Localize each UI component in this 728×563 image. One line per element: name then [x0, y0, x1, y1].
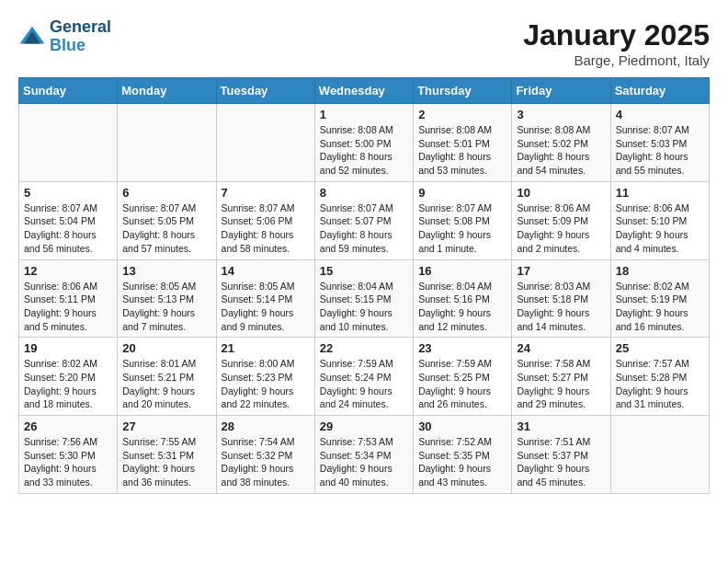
day-number: 9 [418, 186, 506, 200]
calendar-cell [19, 104, 118, 182]
day-info: Sunrise: 8:03 AM Sunset: 5:18 PM Dayligh… [517, 280, 605, 334]
day-info: Sunrise: 7:59 AM Sunset: 5:25 PM Dayligh… [418, 357, 506, 411]
day-number: 29 [320, 419, 408, 433]
calendar-cell: 18Sunrise: 8:02 AM Sunset: 5:19 PM Dayli… [610, 259, 709, 338]
calendar-cell: 28Sunrise: 7:54 AM Sunset: 5:32 PM Dayli… [216, 416, 314, 494]
calendar-cell: 2Sunrise: 8:08 AM Sunset: 5:01 PM Daylig… [414, 104, 512, 182]
calendar-cell: 14Sunrise: 8:05 AM Sunset: 5:14 PM Dayli… [216, 259, 314, 338]
calendar-cell: 11Sunrise: 8:06 AM Sunset: 5:10 PM Dayli… [610, 181, 709, 259]
day-info: Sunrise: 8:00 AM Sunset: 5:23 PM Dayligh… [222, 357, 310, 411]
logo-line1: General [50, 17, 111, 36]
day-number: 7 [222, 186, 310, 200]
day-number: 27 [122, 419, 210, 433]
day-info: Sunrise: 8:07 AM Sunset: 5:05 PM Dayligh… [122, 201, 210, 256]
calendar-cell: 1Sunrise: 8:08 AM Sunset: 5:00 PM Daylig… [314, 104, 413, 182]
day-info: Sunrise: 8:06 AM Sunset: 5:10 PM Dayligh… [616, 201, 704, 256]
day-number: 22 [320, 341, 408, 355]
day-number: 15 [320, 264, 408, 278]
location: Barge, Piedmont, Italy [523, 52, 710, 68]
header-tuesday: Tuesday [216, 78, 314, 104]
day-info: Sunrise: 7:53 AM Sunset: 5:34 PM Dayligh… [320, 435, 408, 489]
day-info: Sunrise: 7:56 AM Sunset: 5:30 PM Dayligh… [24, 435, 112, 489]
calendar-cell: 29Sunrise: 7:53 AM Sunset: 5:34 PM Dayli… [314, 416, 413, 494]
calendar-cell: 19Sunrise: 8:02 AM Sunset: 5:20 PM Dayli… [19, 338, 118, 416]
day-info: Sunrise: 7:57 AM Sunset: 5:28 PM Dayligh… [616, 357, 704, 411]
day-info: Sunrise: 8:04 AM Sunset: 5:16 PM Dayligh… [418, 280, 506, 334]
day-info: Sunrise: 8:01 AM Sunset: 5:21 PM Dayligh… [122, 357, 210, 411]
day-info: Sunrise: 7:52 AM Sunset: 5:35 PM Dayligh… [418, 435, 506, 489]
day-number: 6 [122, 186, 210, 200]
calendar-cell: 7Sunrise: 8:07 AM Sunset: 5:06 PM Daylig… [216, 181, 314, 259]
calendar-cell: 3Sunrise: 8:08 AM Sunset: 5:02 PM Daylig… [512, 104, 610, 182]
calendar-cell: 27Sunrise: 7:55 AM Sunset: 5:31 PM Dayli… [118, 416, 216, 494]
calendar-cell: 9Sunrise: 8:07 AM Sunset: 5:08 PM Daylig… [414, 181, 512, 259]
header-saturday: Saturday [610, 78, 709, 104]
day-number: 3 [517, 108, 605, 121]
calendar-cell: 24Sunrise: 7:58 AM Sunset: 5:27 PM Dayli… [512, 338, 610, 416]
day-info: Sunrise: 8:08 AM Sunset: 5:00 PM Dayligh… [320, 123, 408, 178]
day-info: Sunrise: 8:08 AM Sunset: 5:01 PM Dayligh… [418, 123, 506, 178]
day-info: Sunrise: 7:51 AM Sunset: 5:37 PM Dayligh… [517, 435, 605, 489]
day-number: 14 [222, 264, 310, 278]
day-info: Sunrise: 8:07 AM Sunset: 5:08 PM Dayligh… [418, 201, 506, 256]
title-area: January 2025 Barge, Piedmont, Italy [523, 18, 710, 68]
day-info: Sunrise: 7:59 AM Sunset: 5:24 PM Dayligh… [320, 357, 408, 411]
calendar-week-4: 19Sunrise: 8:02 AM Sunset: 5:20 PM Dayli… [19, 338, 710, 416]
calendar-cell: 16Sunrise: 8:04 AM Sunset: 5:16 PM Dayli… [414, 259, 512, 338]
day-number: 12 [24, 264, 112, 278]
page-header: General Blue January 2025 Barge, Piedmon… [18, 18, 710, 68]
day-number: 1 [320, 108, 408, 121]
calendar-header-row: SundayMondayTuesdayWednesdayThursdayFrid… [19, 78, 710, 104]
calendar-cell: 22Sunrise: 7:59 AM Sunset: 5:24 PM Dayli… [314, 338, 413, 416]
day-info: Sunrise: 8:05 AM Sunset: 5:13 PM Dayligh… [122, 280, 210, 334]
header-friday: Friday [512, 78, 610, 104]
month-title: January 2025 [523, 18, 710, 52]
day-number: 20 [122, 341, 210, 355]
day-info: Sunrise: 7:55 AM Sunset: 5:31 PM Dayligh… [122, 435, 210, 489]
day-info: Sunrise: 8:04 AM Sunset: 5:15 PM Dayligh… [320, 280, 408, 334]
calendar-cell: 13Sunrise: 8:05 AM Sunset: 5:13 PM Dayli… [118, 259, 216, 338]
day-info: Sunrise: 8:07 AM Sunset: 5:03 PM Dayligh… [616, 123, 704, 178]
calendar-cell: 31Sunrise: 7:51 AM Sunset: 5:37 PM Dayli… [512, 416, 610, 494]
calendar-cell: 23Sunrise: 7:59 AM Sunset: 5:25 PM Dayli… [414, 338, 512, 416]
header-monday: Monday [118, 78, 216, 104]
calendar-cell [216, 104, 314, 182]
day-info: Sunrise: 8:07 AM Sunset: 5:04 PM Dayligh… [24, 201, 112, 256]
day-info: Sunrise: 8:06 AM Sunset: 5:09 PM Dayligh… [517, 201, 605, 256]
day-info: Sunrise: 8:06 AM Sunset: 5:11 PM Dayligh… [24, 280, 112, 334]
day-number: 23 [418, 341, 506, 355]
calendar-cell [118, 104, 216, 182]
calendar-cell: 21Sunrise: 8:00 AM Sunset: 5:23 PM Dayli… [216, 338, 314, 416]
calendar-cell: 4Sunrise: 8:07 AM Sunset: 5:03 PM Daylig… [610, 104, 709, 182]
day-number: 2 [418, 108, 506, 121]
day-number: 13 [122, 264, 210, 278]
calendar-cell: 30Sunrise: 7:52 AM Sunset: 5:35 PM Dayli… [414, 416, 512, 494]
calendar-cell: 15Sunrise: 8:04 AM Sunset: 5:15 PM Dayli… [314, 259, 413, 338]
day-number: 28 [222, 419, 310, 433]
day-number: 19 [24, 341, 112, 355]
calendar-cell: 20Sunrise: 8:01 AM Sunset: 5:21 PM Dayli… [118, 338, 216, 416]
calendar-cell: 5Sunrise: 8:07 AM Sunset: 5:04 PM Daylig… [19, 181, 118, 259]
calendar-cell: 17Sunrise: 8:03 AM Sunset: 5:18 PM Dayli… [512, 259, 610, 338]
day-info: Sunrise: 7:58 AM Sunset: 5:27 PM Dayligh… [517, 357, 605, 411]
day-info: Sunrise: 8:07 AM Sunset: 5:06 PM Dayligh… [222, 201, 310, 256]
day-number: 11 [616, 186, 704, 200]
logo-line2: Blue [50, 36, 85, 54]
calendar-cell: 8Sunrise: 8:07 AM Sunset: 5:07 PM Daylig… [314, 181, 413, 259]
header-thursday: Thursday [414, 78, 512, 104]
day-info: Sunrise: 8:02 AM Sunset: 5:20 PM Dayligh… [24, 357, 112, 411]
day-number: 24 [517, 341, 605, 355]
day-number: 5 [24, 186, 112, 200]
header-sunday: Sunday [19, 78, 118, 104]
day-number: 25 [616, 341, 704, 355]
day-number: 31 [517, 419, 605, 433]
day-number: 26 [24, 419, 112, 433]
calendar-cell: 26Sunrise: 7:56 AM Sunset: 5:30 PM Dayli… [19, 416, 118, 494]
day-number: 18 [616, 264, 704, 278]
day-number: 4 [616, 108, 704, 121]
calendar-table: SundayMondayTuesdayWednesdayThursdayFrid… [18, 77, 710, 494]
day-info: Sunrise: 8:07 AM Sunset: 5:07 PM Dayligh… [320, 201, 408, 256]
logo-icon [18, 23, 46, 51]
day-number: 30 [418, 419, 506, 433]
day-number: 8 [320, 186, 408, 200]
